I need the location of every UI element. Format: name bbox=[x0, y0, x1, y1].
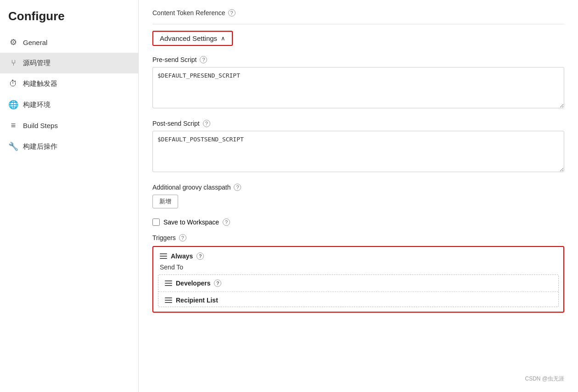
sidebar-item-general[interactable]: ⚙ General bbox=[0, 32, 138, 53]
groovy-classpath-section: Additional groovy classpath ? 新增 bbox=[152, 184, 564, 208]
pre-send-help-icon[interactable]: ? bbox=[200, 56, 207, 63]
build-env-icon: 🌐 bbox=[8, 100, 18, 110]
build-triggers-icon: ⏱ bbox=[8, 79, 18, 89]
sidebar-item-build-steps[interactable]: ≡ Build Steps bbox=[0, 115, 138, 136]
always-hamburger-icon[interactable] bbox=[160, 253, 167, 259]
sidebar: Configure ⚙ General ⑂ 源码管理 ⏱ 构建触发器 🌐 构建环… bbox=[0, 0, 139, 392]
triggers-help-icon[interactable]: ? bbox=[179, 234, 186, 241]
pre-send-script-label-row: Pre-send Script ? bbox=[152, 56, 564, 63]
content-token-help-icon[interactable]: ? bbox=[228, 9, 236, 17]
developers-hamburger-icon[interactable] bbox=[165, 280, 172, 286]
sidebar-item-label-build-triggers: 构建触发器 bbox=[23, 79, 57, 88]
triggers-label: Triggers bbox=[152, 234, 176, 241]
sidebar-item-label-build-steps: Build Steps bbox=[23, 122, 58, 129]
save-to-workspace-row: Save to Workspace ? bbox=[152, 218, 564, 226]
pre-send-script-label: Pre-send Script bbox=[152, 56, 196, 63]
general-icon: ⚙ bbox=[8, 37, 18, 47]
recipient-list-label: Recipient List bbox=[176, 297, 218, 304]
build-steps-icon: ≡ bbox=[8, 121, 18, 130]
save-workspace-help-icon[interactable]: ? bbox=[223, 218, 230, 226]
source-mgmt-icon: ⑂ bbox=[8, 58, 18, 68]
post-build-icon: 🔧 bbox=[8, 141, 18, 151]
post-send-script-label: Post-send Script bbox=[152, 120, 200, 127]
sidebar-item-label-post-build: 构建后操作 bbox=[23, 142, 57, 151]
post-send-script-section: Post-send Script ? $DEFAULT_POSTSEND_SCR… bbox=[152, 120, 564, 174]
post-send-help-icon[interactable]: ? bbox=[203, 120, 210, 127]
post-send-script-label-row: Post-send Script ? bbox=[152, 120, 564, 127]
sidebar-item-source-mgmt[interactable]: ⑂ 源码管理 bbox=[0, 53, 138, 73]
developers-label: Developers bbox=[176, 280, 210, 287]
sidebar-item-label-build-env: 构建环境 bbox=[23, 101, 51, 109]
trigger-recipient-list-row: Recipient List bbox=[158, 292, 558, 307]
recipient-list-hamburger-icon[interactable] bbox=[165, 297, 172, 303]
always-label: Always bbox=[171, 252, 193, 260]
add-classpath-button[interactable]: 新增 bbox=[152, 195, 178, 208]
sidebar-item-post-build[interactable]: 🔧 构建后操作 bbox=[0, 136, 138, 157]
sidebar-item-label-general: General bbox=[23, 39, 47, 46]
save-to-workspace-label: Save to Workspace bbox=[163, 218, 219, 226]
chevron-up-icon: ∧ bbox=[221, 35, 225, 42]
post-send-script-input[interactable]: $DEFAULT_POSTSEND_SCRIPT bbox=[152, 131, 564, 172]
content-token-ref-label: Content Token Reference bbox=[152, 9, 225, 17]
main-content: Content Token Reference ? Advanced Setti… bbox=[139, 0, 578, 392]
sidebar-item-label-source-mgmt: 源码管理 bbox=[23, 59, 51, 67]
top-divider bbox=[152, 24, 564, 24]
send-to-inner-box: Developers ? Recipient List bbox=[158, 274, 559, 307]
pre-send-script-section: Pre-send Script ? $DEFAULT_PRESEND_SCRIP… bbox=[152, 56, 564, 110]
trigger-always-row: Always ? bbox=[153, 247, 563, 263]
watermark: CSDN @虫无涯 bbox=[525, 375, 564, 383]
send-to-label: Send To bbox=[153, 263, 563, 274]
advanced-settings-label: Advanced Settings bbox=[160, 34, 217, 42]
groovy-classpath-label-row: Additional groovy classpath ? bbox=[152, 184, 564, 191]
sidebar-item-build-env[interactable]: 🌐 构建环境 bbox=[0, 94, 138, 115]
groovy-classpath-label: Additional groovy classpath bbox=[152, 184, 230, 191]
triggers-box: Always ? Send To Developers ? bbox=[152, 246, 564, 313]
pre-send-script-input[interactable]: $DEFAULT_PRESEND_SCRIPT bbox=[152, 67, 564, 108]
triggers-label-row: Triggers ? bbox=[152, 234, 564, 241]
save-to-workspace-checkbox[interactable] bbox=[152, 218, 160, 226]
sidebar-item-build-triggers[interactable]: ⏱ 构建触发器 bbox=[0, 73, 138, 94]
advanced-settings-toggle[interactable]: Advanced Settings ∧ bbox=[152, 31, 233, 46]
always-help-icon[interactable]: ? bbox=[196, 252, 204, 260]
content-token-ref-row: Content Token Reference ? bbox=[152, 0, 564, 24]
sidebar-title: Configure bbox=[0, 5, 138, 32]
groovy-classpath-help-icon[interactable]: ? bbox=[234, 184, 241, 191]
trigger-developers-row: Developers ? bbox=[158, 275, 558, 292]
developers-help-icon[interactable]: ? bbox=[214, 280, 221, 287]
triggers-section: Triggers ? Always ? Send To bbox=[152, 234, 564, 313]
